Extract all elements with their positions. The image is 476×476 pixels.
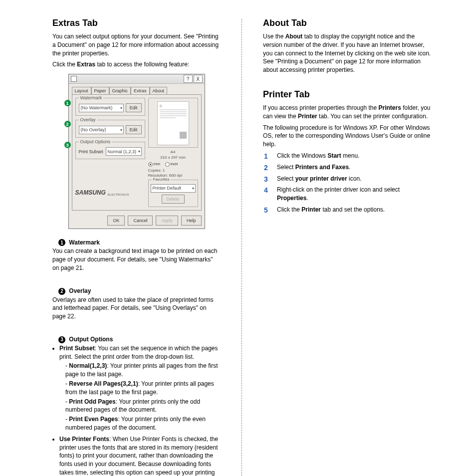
help-button[interactable]: ? [184,75,193,83]
tab-paper[interactable]: Paper [91,87,109,94]
extras-intro-1: You can select output options for your d… [52,32,221,57]
tab-layout[interactable]: Layout [72,87,91,94]
page-preview: S [148,98,198,148]
print-subset-dropdown[interactable]: Normal (1,2,3) [106,147,142,156]
list-item: Use Printer Fonts: When Use Printer Font… [59,435,221,476]
samsung-logo: SAMSUNG [75,189,106,196]
ok-button[interactable]: OK [107,216,125,226]
watermark-edit-button[interactable]: Edit [126,103,142,112]
help-button-bottom[interactable]: Help [181,216,202,226]
dialog-screenshot: ? X Layout Paper Graphic Extras About 1 … [52,74,221,229]
heading-output-options: 3 Output Options [58,336,221,343]
tab-extras[interactable]: Extras [131,87,150,94]
group-favorites: Favorites Printer Default Delete [148,180,198,207]
printer-desc-2: The following procedure is for Windows X… [263,124,431,149]
heading-watermark: 1 Watermark [58,239,221,246]
window-icon [71,76,77,82]
cancel-button[interactable]: Cancel [128,216,153,226]
extras-intro-2: Click the Extras tab to access the follo… [52,60,221,69]
about-desc: Use the About tab to display the copyrig… [263,32,431,74]
apply-button[interactable]: Apply [156,216,178,226]
right-column: About Tab Use the About tab to display t… [263,15,431,476]
badge-1: 1 [58,239,65,246]
badge-2: 2 [58,288,65,295]
step-4: 4 Right-click on the printer driver icon… [264,186,431,203]
step-1: 1 Click the Windows Start menu. [264,152,431,160]
tab-graphic[interactable]: Graphic [109,87,131,94]
overlay-desc: Overlays are often used to take the plac… [52,296,221,321]
list-item: Print Subset: You can set the sequence i… [59,344,221,432]
watermark-desc: You can create a background text image t… [52,247,221,272]
favorites-dropdown[interactable]: Printer Default [151,184,196,193]
overlay-dropdown[interactable]: (No Overlay) [79,126,124,134]
column-divider [241,19,242,476]
group-overlay: Overlay (No Overlay) Edit [75,120,145,138]
heading-printer-tab: Printer Tab [263,89,431,100]
heading-overlay: 2 Overlay [58,287,221,295]
heading-extras-tab: Extras Tab [52,18,221,28]
tab-about[interactable]: About [150,87,168,94]
callout-2: 2 [64,121,71,127]
watermark-dropdown[interactable]: (No Watermark) [79,104,124,112]
radio-mm[interactable]: mm [148,162,160,166]
step-2: 2 Select Printers and Faxes. [264,163,431,172]
output-options-list: Print Subset: You can set the sequence i… [52,344,221,476]
close-button[interactable]: X [194,75,203,83]
radio-inch[interactable]: inch [165,162,178,166]
title-bar: ? X [69,74,205,84]
badge-3: 3 [58,336,65,343]
heading-about-tab: About Tab [263,18,431,28]
callout-1: 1 [64,100,71,106]
group-output-options: Output Options Print Subset Normal (1,2,… [75,142,145,159]
printer-desc-1: If you access printer properties through… [263,104,431,121]
delete-button[interactable]: Delete [162,195,185,204]
printer-steps: 1 Click the Windows Start menu. 2 Select… [264,152,431,214]
step-3: 3 Select your printer driver icon. [264,175,431,183]
tabs: Layout Paper Graphic Extras About [69,84,205,94]
overlay-edit-button[interactable]: Edit [126,125,142,134]
step-5: 5 Click the Printer tab and set the opti… [264,206,431,214]
left-column: Extras Tab You can select output options… [52,15,221,476]
callout-3: 3 [64,142,71,148]
group-watermark: Watermark (No Watermark) Edit [75,98,145,116]
